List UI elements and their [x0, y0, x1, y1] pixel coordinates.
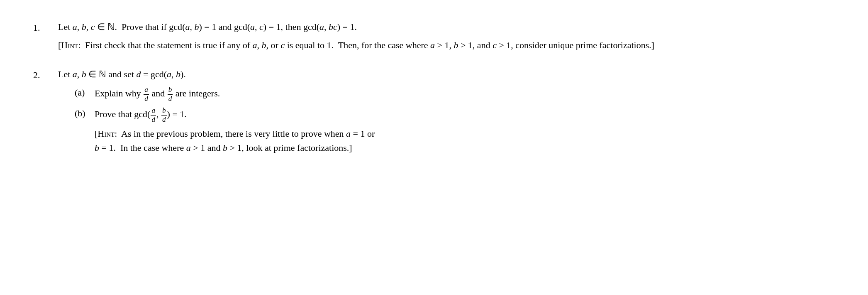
subpart-b-text: Prove that gcd​( a d , b d ) = 1. — [95, 106, 835, 124]
var-c: c — [91, 22, 95, 32]
problem-list: 1. Let a, b, c ∈ ℕ. Prove that if gcd(a,… — [33, 20, 835, 158]
frac-b-over-d: b d — [168, 86, 173, 103]
subpart-b-hint: [Hint: As in the previous problem, there… — [95, 127, 835, 155]
subpart-b-label: (b) — [75, 106, 90, 120]
problem-1-hint: [Hint: First check that the statement is… — [58, 38, 835, 52]
problem-2-number: 2. — [33, 67, 58, 82]
subpart-b: (b) Prove that gcd​( a d , b d ) = 1. — [75, 106, 835, 155]
problem-1-content: Let a, b, c ∈ ℕ. Prove that if gcd(a, b)… — [58, 20, 835, 52]
frac-b-d-inline: b d — [161, 106, 167, 124]
var-a: a — [73, 22, 77, 32]
problem-2: 2. Let a, b ∈ ℕ and set d = gcd(a, b). (… — [33, 67, 835, 158]
frac-a-over-d: a d — [144, 86, 149, 103]
problem-2-sublist: (a) Explain why a d and b d — [58, 86, 835, 155]
subpart-a: (a) Explain why a d and b d — [75, 86, 835, 103]
problem-1-number: 1. — [33, 20, 58, 35]
problem-1-statement: Let a, b, c ∈ ℕ. Prove that if gcd(a, b)… — [58, 20, 835, 34]
problem-1: 1. Let a, b, c ∈ ℕ. Prove that if gcd(a,… — [33, 20, 835, 52]
problem-2-statement: Let a, b ∈ ℕ and set d = gcd(a, b). — [58, 67, 835, 81]
problem-2-content: Let a, b ∈ ℕ and set d = gcd(a, b). (a) … — [58, 67, 835, 158]
subpart-b-content: Prove that gcd​( a d , b d ) = 1. [Hint — [95, 106, 835, 155]
frac-a-d-inline: a d — [151, 106, 156, 124]
subpart-a-text: Explain why a d and b d are integers. — [95, 86, 835, 103]
subpart-a-content: Explain why a d and b d are integers. — [95, 86, 835, 103]
subpart-a-label: (a) — [75, 86, 90, 100]
var-b: b — [82, 22, 86, 32]
